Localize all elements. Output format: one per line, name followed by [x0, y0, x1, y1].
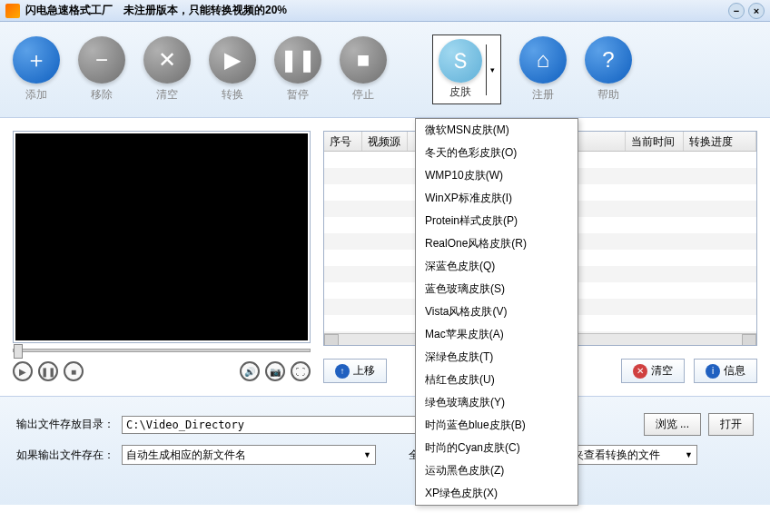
skin-menu-item[interactable]: 运动黑色皮肤(Z) — [416, 459, 578, 482]
question-icon: ? — [585, 36, 632, 84]
skin-dropdown-arrow[interactable]: ▾ — [486, 44, 499, 95]
stop-icon: ■ — [340, 36, 387, 84]
snapshot-button[interactable]: 📷 — [265, 361, 285, 381]
skin-menu-item[interactable]: 蓝色玻璃皮肤(S) — [416, 278, 578, 300]
skin-menu-item[interactable]: 微软MSN皮肤(M) — [416, 119, 578, 142]
fullscreen-button[interactable]: ⛶ — [291, 361, 311, 381]
main-toolbar: ＋ 添加 − 移除 ✕ 清空 ▶ 转换 ❚❚ 暂停 ■ 停止 Ｓ 皮肤 ▾ ⌂ … — [0, 22, 770, 118]
pause-button[interactable]: ❚❚ 暂停 — [274, 36, 321, 103]
stop-button[interactable]: ■ 停止 — [340, 36, 387, 103]
plus-icon: ＋ — [13, 36, 60, 84]
seek-slider[interactable] — [13, 349, 311, 352]
chevron-down-icon: ▼ — [685, 450, 693, 459]
skin-menu-item[interactable]: 时尚的Cyan皮肤(C) — [416, 437, 578, 459]
remove-button[interactable]: − 移除 — [78, 36, 125, 103]
close-button[interactable]: × — [748, 3, 765, 19]
skin-dropdown-menu: 微软MSN皮肤(M)冬天的色彩皮肤(O)WMP10皮肤(W)WinXP标准皮肤(… — [415, 118, 578, 506]
seek-slider-row — [13, 349, 311, 352]
window-controls: − × — [728, 3, 765, 19]
titlebar: 闪电急速格式工厂 未注册版本，只能转换视频的20% − × — [0, 0, 770, 22]
col-seq[interactable]: 序号 — [324, 132, 362, 151]
skin-menu-item[interactable]: 深蓝色皮肤(Q) — [416, 255, 578, 278]
col-current[interactable]: 当前时间 — [626, 132, 684, 151]
media-stop-button[interactable]: ■ — [64, 361, 84, 381]
if-exists-combo[interactable]: 自动生成相应的新文件名 ▼ — [122, 445, 376, 465]
move-up-button[interactable]: ↑ 上移 — [323, 359, 387, 383]
skin-menu-item[interactable]: Vista风格皮肤(V) — [416, 300, 578, 323]
skin-menu-item[interactable]: 时尚蓝色blue皮肤(B) — [416, 414, 578, 437]
info-icon: i — [706, 364, 720, 379]
register-button[interactable]: ⌂ 注册 — [519, 36, 567, 103]
app-icon — [5, 4, 20, 18]
skin-menu-item[interactable]: RealOne风格皮肤(R) — [416, 232, 578, 255]
clear-icon: ✕ — [633, 364, 647, 379]
preview-box — [13, 131, 311, 343]
skin-menu-item[interactable]: 绿色玻璃皮肤(Y) — [416, 391, 578, 414]
play-icon: ▶ — [209, 36, 256, 84]
slider-thumb[interactable] — [14, 344, 23, 359]
media-pause-button[interactable]: ❚❚ — [38, 361, 58, 381]
arrow-up-icon: ↑ — [335, 364, 350, 379]
skin-menu-item[interactable]: WMP10皮肤(W) — [416, 164, 578, 187]
skin-menu-item[interactable]: 桔红色皮肤(U) — [416, 369, 578, 391]
minus-icon: − — [78, 36, 125, 84]
col-progress[interactable]: 转换进度 — [684, 132, 756, 151]
skin-menu-item[interactable]: 冬天的色彩皮肤(O) — [416, 142, 578, 164]
open-button[interactable]: 打开 — [708, 413, 754, 436]
window-title: 闪电急速格式工厂 未注册版本，只能转换视频的20% — [25, 3, 728, 18]
browse-button[interactable]: 浏览 ... — [644, 413, 701, 436]
list-clear-button[interactable]: ✕ 清空 — [621, 359, 685, 383]
skin-menu-item[interactable]: Mac苹果皮肤(A) — [416, 323, 578, 346]
skin-icon: Ｓ — [439, 39, 482, 83]
skin-menu-item[interactable]: 深绿色皮肤(T) — [416, 346, 578, 369]
skin-menu-item[interactable]: Protein样式皮肤(P) — [416, 210, 578, 232]
skin-button[interactable]: Ｓ 皮肤 ▾ — [432, 34, 501, 104]
chevron-down-icon: ▼ — [363, 450, 371, 459]
video-preview — [15, 133, 308, 340]
convert-button[interactable]: ▶ 转换 — [209, 36, 256, 103]
scroll-right-arrow[interactable] — [742, 334, 756, 346]
col-source[interactable]: 视频源 — [362, 132, 408, 151]
media-play-button[interactable]: ▶ — [13, 361, 33, 381]
x-icon: ✕ — [143, 36, 191, 84]
volume-button[interactable]: 🔊 — [240, 361, 260, 381]
output-dir-label: 输出文件存放目录： — [16, 417, 114, 432]
minimize-button[interactable]: − — [728, 3, 745, 19]
main-area: ▶ ❚❚ ■ 🔊 📷 ⛶ 序号 视频源 当前时间 转换进度 — [0, 118, 770, 396]
scroll-left-arrow[interactable] — [324, 334, 339, 346]
skin-menu-item[interactable]: XP绿色皮肤(X) — [416, 482, 578, 505]
help-button[interactable]: ? 帮助 — [585, 36, 632, 103]
add-button[interactable]: ＋ 添加 — [13, 36, 60, 103]
pause-icon: ❚❚ — [274, 36, 321, 84]
if-exists-label: 如果输出文件存在： — [16, 448, 114, 463]
home-icon: ⌂ — [519, 36, 567, 84]
info-button[interactable]: i 信息 — [694, 359, 757, 383]
preview-panel: ▶ ❚❚ ■ 🔊 📷 ⛶ — [13, 131, 311, 383]
skin-menu-item[interactable]: WinXP标准皮肤(I) — [416, 187, 578, 210]
clear-button[interactable]: ✕ 清空 — [143, 36, 191, 103]
media-controls: ▶ ❚❚ ■ 🔊 📷 ⛶ — [13, 361, 311, 381]
bottom-panel: 输出文件存放目录： 浏览 ... 打开 如果输出文件存在： 自动生成相应的新文件… — [0, 396, 770, 505]
